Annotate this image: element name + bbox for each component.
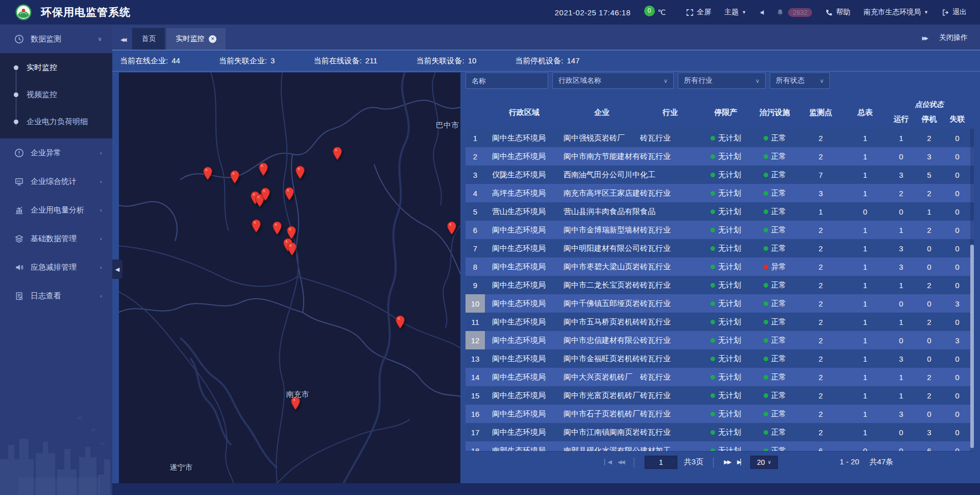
map-pin-icon[interactable] [251,219,261,235]
status-dot-icon [764,246,768,251]
filter-bar: 行政区域名称∨ 所有行业∨ 所有状态∨ [465,73,974,89]
next-page-button[interactable]: ▶▶ [724,459,730,465]
map-pin-icon[interactable] [333,147,342,162]
table-row[interactable]: 5营山生态环境局营山县润丰肉食品有限食品无计划正常10010 [465,202,974,221]
sidebar-collapse-button[interactable]: ◀ [112,260,122,279]
temperature: 0 ℃ [644,8,666,16]
sidebar-item-enterprise-abnormal[interactable]: 企业异常‹ [0,138,112,167]
layers-icon [14,234,24,244]
col-industry: 行业 [640,96,700,129]
page-size-select[interactable]: 20∨ [750,456,778,469]
fullscreen-button[interactable]: 全屏 [686,8,711,17]
table-row[interactable]: 1阆中生态环境局阆中强锐页岩砖厂砖瓦行业无计划正常21120 [465,129,974,147]
status-select[interactable]: 所有状态∨ [770,73,830,89]
map-pin-icon[interactable] [272,221,282,237]
logout-button[interactable]: 退出 [942,8,967,17]
cell-production-status: 无计划 [700,354,751,364]
sound-button[interactable] [760,9,767,16]
table-row[interactable]: 10阆中生态环境局阆中千佛镇五郎垭页岩砖瓦行业无计划正常21003 [465,294,974,313]
name-search-input[interactable] [465,73,548,89]
scrollbar-thumb[interactable] [970,245,974,448]
sidebar-item-data-monitoring[interactable]: 数据监测∨ [0,25,112,53]
app-logo-icon [15,4,32,20]
tab-realtime-monitoring[interactable]: 实时监控 ✕ [166,28,226,50]
table-row[interactable]: 16阆中生态环境局阆中市石子页岩机砖厂砖瓦行业无计划正常21300 [465,405,974,423]
table-row[interactable]: 17阆中生态环境局阆中市江南镇阆南页岩砖瓦行业无计划正常21030 [465,423,974,441]
org-dropdown[interactable]: 南充市生态环境局▼ [864,8,928,17]
col-lost: 失联 [943,114,971,124]
table-row[interactable]: 18南部生态环境局南部县砚化水泥有限公建材加工无计划正常60060 [465,441,974,451]
table-row[interactable]: 6阆中生态环境局阆中市金博瑞新型墙材砖瓦行业无计划正常21120 [465,221,974,239]
chevron-down-icon: ∨ [768,459,771,465]
map-panel[interactable]: 巴中市南充市遂宁市 [119,73,460,483]
cell-region: 阆中生态环境局 [485,280,564,290]
sidebar-subitem-realtime-monitoring[interactable]: 实时监控 [0,54,112,81]
close-icon[interactable]: ✕ [209,35,216,43]
cell-running: 3 [887,263,915,271]
last-page-button[interactable]: ▶▏ [737,459,744,465]
prev-page-button[interactable]: ◀◀ [618,459,624,465]
tab-home[interactable]: 首页 [132,28,165,50]
industry-select[interactable]: 所有行业∨ [678,73,766,89]
temperature-badge: 0 [644,6,655,16]
region-select[interactable]: 行政区域名称∨ [552,73,674,89]
cell-disconnected: 0 [943,373,971,382]
tabs-scroll-left-icon[interactable]: ◀◀ [120,37,125,42]
close-operations-button[interactable]: 关闭操作 [939,33,968,42]
cell-company: 南充市高坪区王家店建 [564,188,640,198]
map-pin-icon[interactable] [447,221,457,237]
table-row[interactable]: 4高坪生态环境局南充市高坪区王家店建砖瓦行业无计划正常31220 [465,184,974,202]
cell-total-meters: 1 [843,226,887,234]
cell-region: 阆中生态环境局 [485,244,564,253]
sidebar-subitem-video-monitoring[interactable]: 视频监控 [0,81,112,108]
map-pin-icon[interactable] [396,315,405,331]
cell-running: 1 [887,226,915,234]
sidebar-item-emergency-reduction-management[interactable]: 应急减排管理‹ [0,253,112,281]
cell-region: 高坪生态环境局 [485,188,564,198]
sidebar-item-enterprise-power-usage-analysis[interactable]: 企业用电量分析‹ [0,196,112,224]
sidebar-item-enterprise-comprehensive-stats[interactable]: 企业综合统计‹ [0,167,112,196]
map-pin-icon[interactable] [284,187,294,203]
table-row[interactable]: 14阆中生态环境局阆中大兴页岩机砖厂砖瓦行业无计划正常21120 [465,368,974,386]
sidebar-item-log-view[interactable]: 日志查看‹ [0,281,112,310]
map-pin-icon[interactable] [296,166,305,181]
cell-total-meters: 1 [843,336,887,345]
sidebar-subitem-enterprise-power-load-detail[interactable]: 企业电力负荷明细 [0,108,112,135]
map-pin-icon[interactable] [203,167,212,182]
cell-region: 阆中生态环境局 [485,336,564,345]
table-row[interactable]: 2阆中生态环境局阆中市南方节能建材有砖瓦行业无计划正常21030 [465,147,974,166]
cell-total-meters: 1 [843,410,887,418]
map-pin-icon[interactable] [258,162,268,178]
table-header: 行政区域 企业 行业 停限产 治污设施 监测点 总表 点位状态 运行 停机 失联 [465,96,974,129]
datetime: 2021-02-25 17:46:18 [555,8,631,17]
map-pin-icon[interactable] [261,187,271,203]
page-number-input[interactable] [645,456,677,469]
sidebar-item-label: 日志查看 [31,291,100,301]
table-row[interactable]: 8阆中生态环境局阆中市枣碧大梁山页岩砖瓦行业无计划异常21300 [465,257,974,276]
cell-industry: 建材加工 [640,446,700,452]
notifications-button[interactable]: 2632 [776,8,812,17]
cell-disconnected: 0 [943,152,971,161]
table-row[interactable]: 9阆中生态环境局阆中市二龙长宝页岩砖砖瓦行业无计划正常21120 [465,276,974,294]
table-row[interactable]: 15阆中生态环境局阆中市光富页岩机砖厂砖瓦行业无计划正常21120 [465,386,974,405]
tabs-scroll-right-icon[interactable]: ▶▶ [922,35,927,41]
row-index: 12 [465,331,485,349]
help-button[interactable]: 帮助 [825,8,850,17]
table-row[interactable]: 12阆中生态环境局阆中市忠信建材有限公砖瓦行业无计划正常21003 [465,331,974,349]
map-pin-icon[interactable] [230,170,239,186]
app-header: 环保用电监管系统 2021-02-25 17:46:18 0 ℃ 全屏 主题▼ … [0,0,980,25]
cell-running: 1 [887,134,915,143]
table-row[interactable]: 7阆中生态环境局阆中明阳建材有限公司砖瓦行业无计划正常21300 [465,239,974,257]
table-row[interactable]: 13阆中生态环境局阆中市金福旺页岩机砖砖瓦行业无计划正常21300 [465,349,974,368]
cell-facility-status: 正常 [751,391,798,400]
map-pin-icon[interactable] [287,242,297,258]
pagination-bar: ▏◀ ◀◀ │ 共3页 │ ▶▶ ▶▏ 20∨ 1 - 20 共47条 [465,451,974,473]
sidebar-item-basic-data-management[interactable]: 基础数据管理‹ [0,224,112,253]
theme-button[interactable]: 主题▼ [724,8,746,17]
table-row[interactable]: 3仪陇生态环境局西南油气田分公司川中化工无计划正常71350 [465,166,974,184]
row-index: 7 [465,239,485,257]
cell-monitor-points: 2 [798,410,843,418]
status-dot-icon [764,265,768,269]
table-row[interactable]: 11阆中生态环境局阆中市五马桥页岩机砖砖瓦行业无计划正常21120 [465,313,974,331]
first-page-button[interactable]: ▏◀ [604,459,611,465]
